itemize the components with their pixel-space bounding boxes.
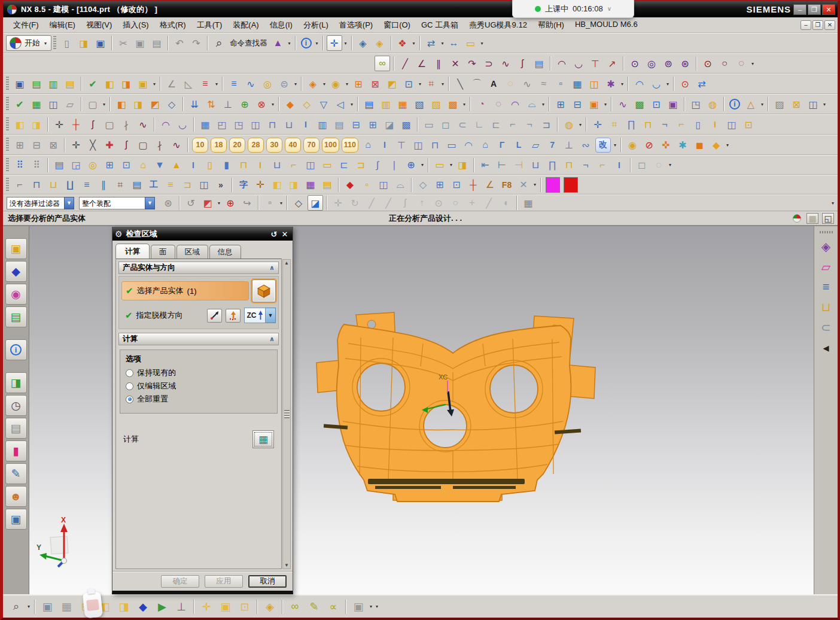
toolbar-icon[interactable]: ≡	[226, 76, 242, 92]
toolbar-icon[interactable]: ↷	[188, 35, 204, 51]
chevron-down-icon[interactable]: ▾	[532, 182, 538, 187]
menu-6[interactable]: 装配(A)	[227, 18, 264, 32]
chevron-down-icon[interactable]: ▾	[214, 81, 220, 87]
toolbar-icon[interactable]: ⊂	[455, 117, 470, 132]
toolbar-icon[interactable]: ▦	[395, 96, 410, 112]
drag-handle[interactable]	[6, 77, 9, 91]
toolbar-icon[interactable]: ◈	[372, 35, 388, 51]
palette-icon[interactable]: ▤	[5, 418, 27, 439]
toolbar-icon[interactable]: ✚	[102, 137, 117, 153]
toolbar-icon[interactable]: ◻	[438, 117, 454, 132]
toolbar-icon[interactable]: ⊕	[403, 157, 419, 173]
tube-icon[interactable]: ⊂	[821, 320, 831, 335]
mold-base-size-button-110[interactable]: 110	[342, 138, 358, 153]
collapse-chevron-icon[interactable]: ∧	[269, 264, 275, 272]
toolbar-icon[interactable]: ◠	[632, 76, 647, 92]
toolbar-icon[interactable]: ▯	[59, 35, 75, 51]
toolbar-icon[interactable]: ▭	[444, 137, 459, 153]
toolbar-icon[interactable]: ◫	[196, 177, 212, 193]
chevron-down-icon[interactable]: ▾	[314, 41, 320, 46]
menu-13[interactable]: 帮助(H)	[532, 18, 570, 32]
toolbar-icon[interactable]: ▨	[428, 96, 444, 112]
toolbar-icon[interactable]: ▲	[169, 157, 184, 173]
group-product-solid-direction[interactable]: 产品实体与方向 ∧	[118, 262, 279, 274]
toolbar-icon[interactable]: ▣	[38, 599, 56, 615]
toolbar-icon[interactable]: ◌	[503, 76, 518, 92]
toolbar-icon[interactable]: ▤	[29, 76, 44, 92]
toolbar-icon[interactable]: ⠿	[12, 157, 28, 173]
toolbar-icon[interactable]: ▣	[665, 96, 681, 112]
radio-circle-icon[interactable]	[126, 369, 133, 377]
toolbar-icon[interactable]: ◳	[231, 117, 246, 132]
toolbar-icon[interactable]: ⊕	[237, 96, 252, 112]
toolbar-icon[interactable]: ⇄	[424, 35, 439, 51]
chevron-down-icon[interactable]: ▼	[64, 197, 74, 209]
drag-handle[interactable]	[6, 138, 9, 152]
toolbar-icon[interactable]: ⊚	[661, 56, 676, 71]
visualization-icon[interactable]: ▮	[5, 440, 27, 461]
toolbar-icon[interactable]: ⊞	[432, 177, 448, 193]
toolbar-icon[interactable]: ✛	[327, 35, 342, 51]
toolbar-icon[interactable]: ◨	[29, 117, 44, 132]
toolbar-icon[interactable]: ◲	[68, 157, 84, 173]
toolbar-icon[interactable]: ⊏	[488, 117, 504, 132]
ok-button[interactable]: 确定	[161, 575, 199, 588]
toolbar-icon[interactable]: ◇	[299, 96, 315, 112]
scroll-down-icon[interactable]: ▼	[284, 563, 289, 568]
web-browser-icon[interactable]: i	[5, 339, 27, 360]
toolbar-icon[interactable]: ▦	[303, 177, 318, 193]
toolbar-icon[interactable]: ◨	[115, 599, 133, 615]
toolbar-icon[interactable]: ⊗	[254, 96, 269, 112]
chevron-down-icon[interactable]: ▾	[293, 81, 299, 87]
toolbar-icon[interactable]: ▯	[690, 117, 706, 132]
toolbar-icon[interactable]: ⇤	[477, 157, 493, 173]
toolbar-icon[interactable]: ◇	[415, 177, 431, 193]
toolbar-icon[interactable]: ▫	[553, 76, 568, 92]
toolbar-icon[interactable]: ⊓	[29, 177, 44, 193]
chevron-down-icon[interactable]: ▾	[479, 41, 485, 46]
toolbar-icon[interactable]: ◩	[384, 76, 400, 92]
toolbar-icon[interactable]: ʃ	[85, 117, 101, 132]
toolbar-icon[interactable]: ▢	[85, 96, 101, 112]
toolbar-icon[interactable]: ▧	[412, 96, 427, 112]
toolbar-icon[interactable]: ⊙	[431, 195, 446, 211]
toolbar-icon[interactable]: ✱	[603, 76, 619, 92]
toolbar-icon[interactable]: ◩	[200, 195, 215, 211]
mold-base-size-button-70[interactable]: 70	[303, 138, 319, 153]
toolbar-icon[interactable]: ◡	[649, 76, 664, 92]
toolbar-icon[interactable]: ◆	[134, 599, 152, 615]
chevron-down-icon[interactable]: ▾	[759, 102, 765, 107]
toolbar-icon[interactable]: ◆	[342, 177, 358, 193]
toolbar-overflow-caret[interactable]: ▾	[832, 200, 834, 206]
menu-10[interactable]: 窗口(O)	[378, 18, 416, 32]
toolbar-icon[interactable]: ◨	[76, 35, 92, 51]
cylinder-icon[interactable]: ⊔	[821, 300, 831, 314]
toolbar-icon[interactable]: ◍	[561, 117, 577, 132]
menu-7[interactable]: 信息(I)	[264, 18, 298, 32]
toolbar-icon[interactable]: ◈	[355, 35, 371, 51]
doc-close-button[interactable]: ✕	[824, 20, 835, 30]
chevron-down-icon[interactable]: ▾	[349, 102, 355, 107]
toolbar-icon[interactable]: ∐	[62, 177, 78, 193]
chevron-down-icon[interactable]: ▾	[419, 162, 425, 168]
toolbar-icon[interactable]: ◧	[102, 76, 117, 92]
radio-option[interactable]: 保持现有的	[126, 367, 272, 378]
drag-handle[interactable]	[6, 117, 9, 132]
toolbar-icon[interactable]: ▦	[570, 76, 585, 92]
toolbar-icon[interactable]: ⊓	[427, 137, 443, 153]
chevron-down-icon[interactable]: ▾	[750, 61, 756, 66]
toolbar-text-icon-A[interactable]: A	[486, 76, 501, 92]
toolbar-icon[interactable]: ▫	[359, 177, 375, 193]
toolbar-icon[interactable]: ⊠	[367, 76, 383, 92]
toolbar-icon[interactable]: ∞	[375, 56, 390, 71]
toolbar-icon[interactable]: ⊃	[481, 56, 497, 71]
toolbar-icon[interactable]: ∤	[118, 117, 134, 132]
vector-dialog-button[interactable]	[207, 309, 222, 323]
toolbar-icon[interactable]: ✛	[68, 137, 84, 153]
toolbar-icon[interactable]: ◫	[303, 157, 318, 173]
toolbar-icon[interactable]: ⊡	[449, 177, 464, 193]
drag-handle[interactable]	[6, 178, 9, 192]
toolbar-icon[interactable]: ◠	[507, 96, 523, 112]
toolbar-icon[interactable]: ▤	[319, 177, 335, 193]
reuse-library-icon[interactable]: ▤	[5, 306, 27, 327]
